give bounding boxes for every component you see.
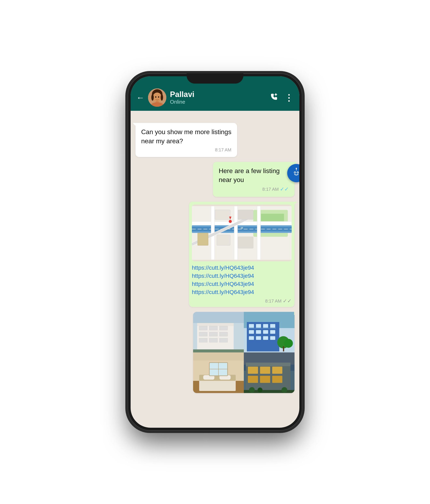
sent-message-text: Here are a few listing near you: [219, 166, 289, 185]
svg-rect-63: [263, 336, 268, 340]
sent-message-map: 10 https://cutt.ly/HQ643je94 https://cut…: [189, 202, 295, 307]
svg-rect-64: [270, 336, 275, 340]
svg-point-95: [249, 387, 255, 393]
svg-rect-42: [199, 332, 207, 336]
svg-rect-62: [256, 336, 261, 340]
map-image[interactable]: 10: [192, 205, 292, 261]
svg-rect-25: [257, 206, 261, 260]
svg-rect-45: [199, 338, 207, 342]
svg-point-12: [295, 172, 296, 173]
property-images-top-row: [193, 312, 295, 352]
svg-rect-66: [255, 328, 262, 329]
svg-rect-30: [238, 210, 253, 220]
received-message-text: Can you show me more listingsnear my are…: [141, 127, 232, 146]
svg-rect-89: [272, 367, 282, 374]
contact-name: Pallavi: [170, 90, 267, 99]
svg-rect-41: [219, 326, 228, 330]
svg-rect-28: [215, 210, 230, 220]
svg-rect-46: [209, 338, 217, 342]
notch: [187, 73, 243, 84]
svg-rect-43: [209, 332, 217, 336]
svg-rect-60: [270, 330, 275, 334]
svg-rect-57: [249, 330, 254, 334]
svg-rect-58: [256, 330, 261, 334]
received-message: Can you show me more listingsnear my are…: [135, 123, 237, 157]
svg-rect-90: [248, 376, 258, 383]
svg-point-34: [229, 220, 232, 223]
svg-rect-65: [248, 328, 255, 329]
bot-response-container: Here are a few listing near you 8:17 AM …: [195, 162, 295, 197]
read-receipt: ✓✓: [280, 186, 289, 192]
back-icon[interactable]: ←: [136, 93, 144, 102]
svg-rect-54: [256, 324, 261, 328]
svg-point-97: [282, 387, 287, 393]
svg-rect-40: [209, 326, 217, 330]
property-image-3: [193, 352, 244, 393]
contact-status: Online: [170, 99, 267, 105]
property-image-1: [193, 312, 244, 352]
property-image-2: [244, 312, 295, 352]
phone-screen: ←: [131, 76, 299, 428]
svg-rect-88: [260, 367, 270, 374]
svg-rect-67: [262, 328, 269, 329]
sent-message-listings: Here are a few listing near you 8:17 AM …: [213, 162, 295, 197]
svg-rect-24: [234, 206, 238, 260]
svg-rect-56: [270, 324, 275, 328]
svg-rect-48: [193, 312, 244, 323]
sent-message-time: 8:17 AM ✓✓: [219, 186, 289, 192]
svg-rect-73: [193, 352, 244, 360]
svg-point-2: [153, 92, 162, 102]
property-images-bottom-row: [193, 352, 295, 393]
call-icon[interactable]: [270, 93, 278, 102]
svg-point-13: [297, 172, 298, 173]
svg-rect-91: [260, 376, 270, 383]
scene: ←: [0, 0, 430, 504]
chat-area: Can you show me more listingsnear my are…: [131, 117, 299, 428]
svg-rect-55: [263, 324, 268, 328]
svg-point-70: [284, 339, 293, 348]
phone-frame: ←: [128, 73, 302, 431]
svg-point-5: [151, 94, 154, 101]
svg-rect-44: [219, 332, 228, 336]
svg-rect-87: [248, 367, 258, 374]
svg-rect-61: [249, 336, 254, 340]
listing-link-4[interactable]: https://cutt.ly/HQ643je94: [192, 289, 292, 296]
received-message-time: 8:17 AM: [141, 147, 232, 153]
property-image-4: [244, 352, 295, 393]
svg-point-7: [155, 96, 156, 98]
svg-rect-29: [217, 235, 230, 245]
svg-rect-49: [193, 349, 244, 352]
svg-rect-92: [272, 376, 282, 383]
svg-point-6: [161, 94, 163, 101]
map-message-time: 8:17 AM ✓✓: [192, 298, 292, 304]
svg-rect-47: [219, 338, 228, 342]
svg-point-15: [296, 168, 297, 169]
svg-rect-53: [249, 324, 254, 328]
avatar[interactable]: [148, 89, 166, 107]
listing-link-2[interactable]: https://cutt.ly/HQ643je94: [192, 273, 292, 279]
listing-link-3[interactable]: https://cutt.ly/HQ643je94: [192, 281, 292, 287]
svg-point-96: [258, 387, 262, 392]
svg-point-8: [158, 96, 159, 98]
svg-rect-71: [283, 346, 284, 351]
menu-icon[interactable]: ⋮: [284, 92, 294, 103]
svg-rect-32: [197, 233, 208, 245]
svg-rect-68: [269, 328, 276, 329]
contact-info: Pallavi Online: [170, 90, 267, 105]
property-images-message: [193, 312, 295, 393]
svg-rect-93: [246, 363, 290, 366]
svg-rect-59: [263, 330, 268, 334]
header-icons: ⋮: [270, 92, 294, 103]
svg-text:10: 10: [241, 227, 243, 229]
svg-rect-39: [199, 326, 207, 330]
svg-rect-31: [238, 237, 253, 248]
map-read-receipt: ✓✓: [283, 298, 292, 304]
listing-link-1[interactable]: https://cutt.ly/HQ643je94: [192, 265, 292, 271]
